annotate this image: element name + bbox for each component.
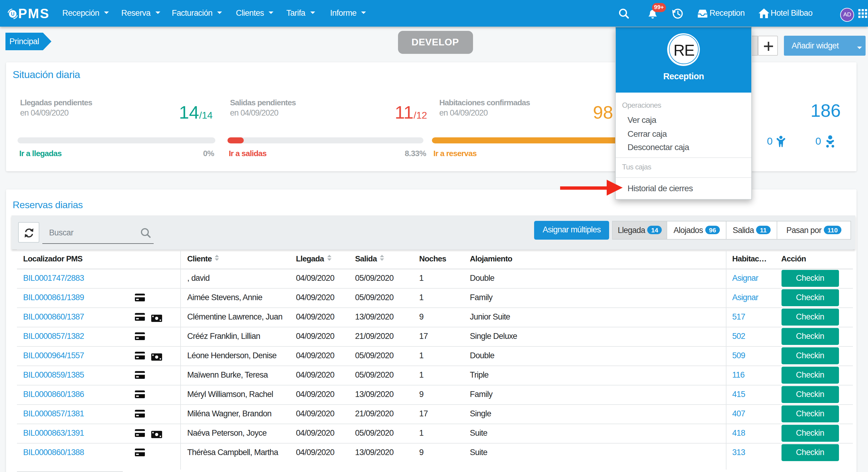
svg-text:U: U — [11, 11, 14, 17]
